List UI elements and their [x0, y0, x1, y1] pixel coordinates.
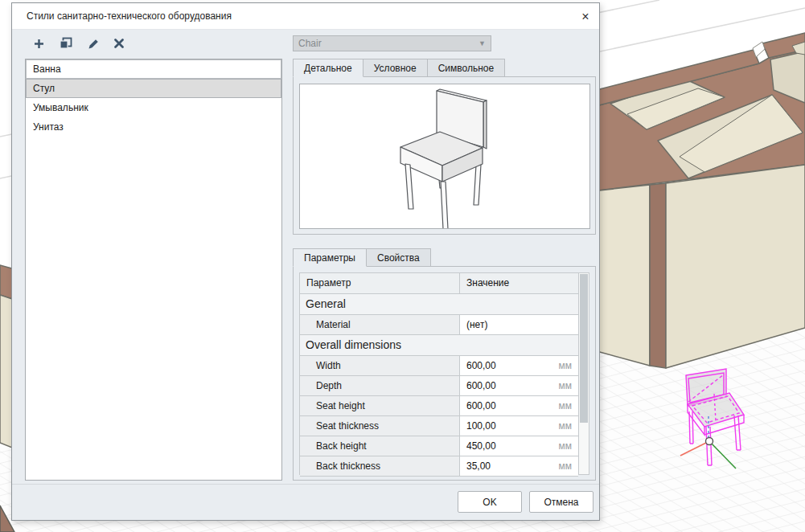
- header-parameter: Параметр: [300, 273, 460, 293]
- cancel-button[interactable]: Отмена: [529, 491, 593, 513]
- list-item[interactable]: Ванна: [26, 59, 281, 79]
- table-row: Seat thickness100,00мм: [300, 416, 578, 436]
- style-list: ВаннаСтулУмывальникУнитаз: [25, 59, 282, 481]
- param-label: Seat thickness: [300, 416, 460, 436]
- table-row: Back thickness35,00мм: [300, 456, 578, 477]
- param-value-cell[interactable]: (нет): [460, 315, 578, 334]
- chair-preview: [299, 84, 590, 229]
- close-button[interactable]: ×: [576, 7, 595, 27]
- param-value-cell[interactable]: 600,00мм: [460, 396, 578, 415]
- param-unit: мм: [559, 396, 573, 415]
- param-value-cell[interactable]: 100,00мм: [460, 416, 578, 436]
- scrollbar-thumb[interactable]: [580, 274, 588, 423]
- param-value-cell[interactable]: 600,00мм: [460, 356, 578, 375]
- duplicate-icon: [60, 37, 72, 50]
- edit-style-button[interactable]: [84, 34, 103, 53]
- style-type-dropdown[interactable]: Chair ▼: [293, 35, 491, 51]
- table-row: Seat height600,00мм: [300, 396, 578, 416]
- table-header-row: ПараметрЗначение: [300, 273, 578, 294]
- param-table: ПараметрЗначениеGeneralMaterial(нет)Over…: [299, 272, 589, 475]
- param-unit: мм: [559, 416, 573, 436]
- styles-dialog: Стили санитарно-технического оборудовани…: [11, 2, 600, 521]
- param-table-rows: ПараметрЗначениеGeneralMaterial(нет)Over…: [300, 273, 578, 474]
- placement-handle[interactable]: [706, 438, 713, 445]
- table-scrollbar[interactable]: [578, 273, 589, 474]
- pencil-icon: [88, 38, 100, 50]
- param-tab[interactable]: Параметры: [293, 248, 367, 267]
- param-tabbar: ПараметрыСвойства: [293, 248, 431, 267]
- table-row: Depth600,00мм: [300, 376, 578, 396]
- application-viewport: Стили санитарно-технического оборудовани…: [0, 0, 805, 532]
- preview-tab[interactable]: Символьное: [428, 59, 506, 77]
- param-label: Back height: [300, 436, 460, 456]
- add-style-button[interactable]: [29, 34, 48, 53]
- list-item[interactable]: Унитаз: [26, 117, 281, 137]
- list-item[interactable]: Стул: [26, 79, 281, 98]
- param-unit: мм: [559, 456, 573, 476]
- param-tab[interactable]: Свойства: [367, 248, 431, 267]
- duplicate-style-button[interactable]: [56, 34, 76, 53]
- param-value-cell[interactable]: 450,00мм: [460, 436, 578, 456]
- param-label: Depth: [300, 376, 460, 395]
- preview-tabbar: ДетальноеУсловноеСимвольное: [293, 59, 505, 77]
- preview-tab[interactable]: Детальное: [293, 59, 363, 77]
- param-label: Width: [300, 356, 460, 375]
- header-value: Значение: [460, 273, 578, 293]
- delete-x-icon: [113, 38, 125, 49]
- param-label: Material: [300, 315, 460, 334]
- preview-tab[interactable]: Условное: [363, 59, 428, 77]
- footer-separator: [12, 484, 599, 485]
- param-panel: ПараметрЗначениеGeneralMaterial(нет)Over…: [293, 266, 596, 481]
- chair-preview-drawing: [300, 84, 589, 228]
- table-section-row: Overall dimensions: [300, 335, 578, 356]
- table-section-row: General: [300, 294, 578, 315]
- param-unit: мм: [559, 376, 573, 395]
- table-row: Material(нет): [300, 315, 578, 335]
- ok-button[interactable]: OK: [458, 491, 522, 513]
- param-unit: мм: [559, 356, 573, 375]
- param-value-cell[interactable]: 35,00мм: [460, 456, 578, 476]
- table-row: Back height450,00мм: [300, 436, 578, 456]
- dialog-titlebar[interactable]: Стили санитарно-технического оборудовани…: [12, 3, 599, 30]
- param-unit: мм: [559, 436, 573, 456]
- param-value-cell[interactable]: 600,00мм: [460, 376, 578, 395]
- param-label: Back thickness: [300, 456, 460, 476]
- table-row: Width600,00мм: [300, 356, 578, 376]
- list-item[interactable]: Умывальник: [26, 98, 281, 117]
- delete-style-button[interactable]: [109, 34, 129, 53]
- dialog-title: Стили санитарно-технического оборудовани…: [27, 3, 232, 30]
- dropdown-value: Chair: [298, 38, 322, 49]
- param-label: Seat height: [300, 396, 460, 415]
- chevron-down-icon: ▼: [478, 36, 486, 51]
- preview-panel: [293, 76, 596, 235]
- plus-icon: [33, 38, 45, 50]
